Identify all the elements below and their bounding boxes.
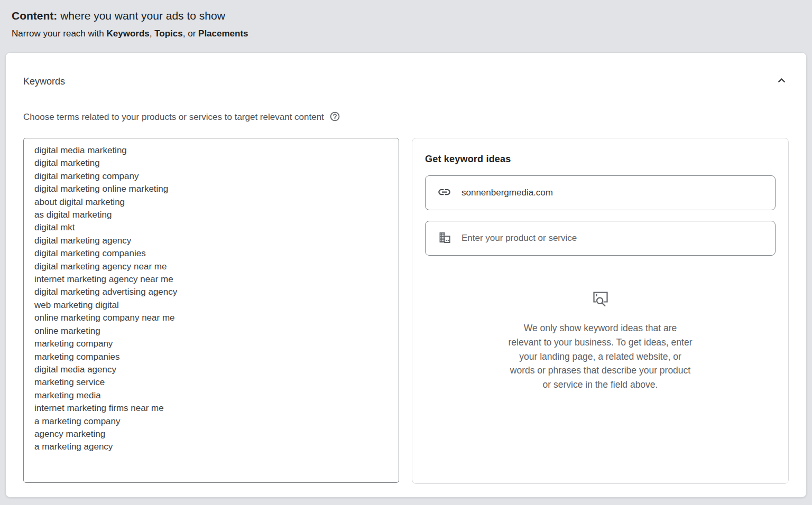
keywords-content-row: Get keyword ideas [23, 138, 789, 484]
website-field[interactable] [425, 175, 776, 210]
keywords-section-header: Keywords [23, 53, 789, 92]
product-service-field[interactable] [425, 221, 776, 256]
page-title: Content: where you want your ads to show [12, 8, 800, 23]
building-icon [437, 230, 451, 247]
website-input[interactable] [460, 187, 764, 199]
search-page-icon [590, 301, 611, 310]
collapse-section-button[interactable] [771, 71, 792, 92]
keywords-description: Choose terms related to your products or… [23, 112, 324, 123]
page-subtitle: Narrow your reach with Keywords, Topics,… [12, 27, 800, 40]
page-header: Content: where you want your ads to show… [0, 0, 812, 40]
keywords-card: Keywords Choose terms related to your pr… [5, 52, 807, 498]
keyword-ideas-panel: Get keyword ideas [412, 138, 789, 484]
keywords-section-title: Keywords [23, 76, 65, 87]
keywords-textarea[interactable] [23, 138, 399, 483]
help-button[interactable] [329, 111, 340, 124]
product-service-input[interactable] [460, 232, 764, 244]
keyword-ideas-title: Get keyword ideas [425, 154, 776, 165]
keywords-description-row: Choose terms related to your products or… [23, 111, 789, 124]
keyword-ideas-empty-state: We only show keyword ideas that arerelev… [425, 287, 776, 392]
link-icon [437, 185, 451, 201]
chevron-up-icon [774, 73, 789, 89]
page-title-rest: where you want your ads to show [57, 10, 225, 22]
question-mark-circle-icon [329, 111, 340, 124]
keyword-ideas-note: We only show keyword ideas that arerelev… [425, 321, 776, 392]
page-title-prefix: Content: [12, 10, 57, 22]
